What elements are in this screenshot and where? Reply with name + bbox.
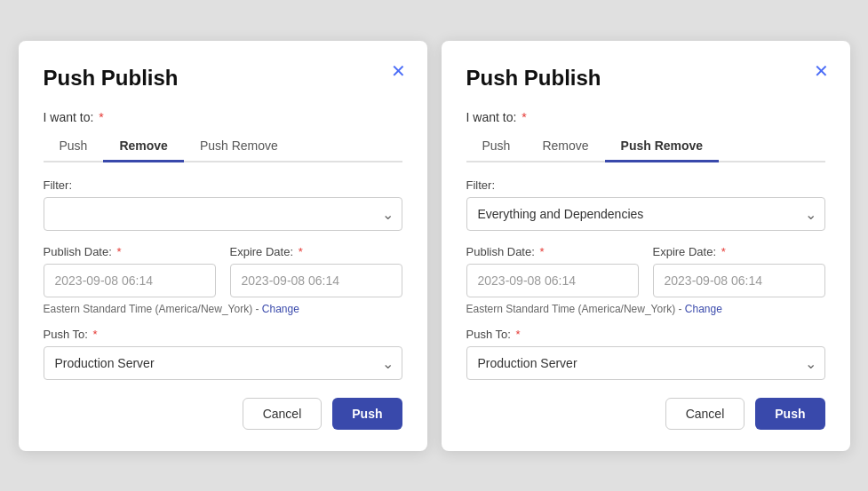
dialog-2-dates-row: Publish Date: * Expire Date: * — [466, 245, 825, 297]
dialog-2-pub-required: * — [539, 245, 544, 258]
dialog-2-filter-select[interactable]: Everything and Dependencies — [466, 197, 825, 231]
dialog-1-pub-required: * — [116, 245, 121, 258]
dialog-1-push-button[interactable]: Push — [332, 398, 402, 430]
dialog-1-push-to-group: Push To: * Production Server ⌄ — [44, 328, 402, 380]
dialog-2-push-to-label: Push To: * — [466, 328, 825, 341]
dialog-2-push-button[interactable]: Push — [755, 398, 824, 430]
dialogs-container: Push Publish ✕ I want to: * Push Remove … — [0, 0, 868, 491]
dialog-2-push-to-select[interactable]: Production Server — [466, 346, 825, 380]
dialog-1-close-button[interactable]: ✕ — [387, 59, 410, 83]
dialog-2-change-timezone-link[interactable]: Change — [685, 303, 722, 315]
dialog-1-push-to-select-wrapper: Production Server ⌄ — [44, 346, 402, 380]
dialog-2-publish-date-label: Publish Date: * — [466, 245, 639, 258]
dialog-2-cancel-button[interactable]: Cancel — [665, 398, 745, 430]
dialog-1-filter-group: Filter: Everything and Dependencies ⌄ — [44, 178, 402, 231]
dialog-1-publish-date-col: Publish Date: * — [44, 245, 216, 297]
dialog-1-filter-label: Filter: — [44, 178, 402, 192]
dialog-2-tab-push-remove[interactable]: Push Remove — [605, 131, 720, 162]
dialog-2-footer: Cancel Push — [466, 398, 825, 430]
dialog-2-publish-date-input[interactable] — [466, 264, 639, 297]
dialog-1-i-want-to: I want to: * Push Remove Push Remove — [44, 110, 402, 162]
dialog-1-dates-row: Publish Date: * Expire Date: * — [44, 245, 402, 297]
dialog-2-expire-date-input[interactable] — [653, 264, 825, 297]
dialog-2-expire-date-label: Expire Date: * — [653, 245, 825, 258]
dialog-1-publish-date-input[interactable] — [44, 264, 216, 297]
dialog-1-push-to-select[interactable]: Production Server — [44, 346, 402, 380]
dialog-2-tab-push[interactable]: Push — [466, 131, 527, 162]
dialog-1-title: Push Publish — [44, 66, 402, 91]
dialog-1-i-want-to-label: I want to: * — [44, 110, 402, 124]
dialog-1-required-star: * — [99, 110, 103, 124]
dialog-1: Push Publish ✕ I want to: * Push Remove … — [19, 41, 427, 451]
dialog-2-pushto-required: * — [515, 328, 520, 341]
dialog-2-required-star: * — [522, 110, 526, 124]
dialog-1-push-to-label: Push To: * — [44, 328, 402, 341]
dialog-1-tab-remove[interactable]: Remove — [103, 131, 183, 162]
dialog-1-filter-select[interactable]: Everything and Dependencies — [44, 197, 402, 231]
dialog-2-filter-label: Filter: — [466, 178, 825, 192]
dialog-1-exp-required: * — [299, 245, 303, 258]
dialog-1-tab-push-remove[interactable]: Push Remove — [184, 131, 294, 162]
dialog-2-push-to-select-wrapper: Production Server ⌄ — [466, 346, 825, 380]
dialog-1-pushto-required: * — [92, 328, 97, 341]
dialog-2-filter-group: Filter: Everything and Dependencies ⌄ — [466, 178, 825, 231]
dialog-1-expire-date-col: Expire Date: * — [230, 245, 402, 297]
dialog-2-close-button[interactable]: ✕ — [810, 59, 832, 83]
dialog-2-filter-select-wrapper: Everything and Dependencies ⌄ — [466, 197, 825, 231]
dialog-2: Push Publish ✕ I want to: * Push Remove … — [442, 41, 850, 451]
dialog-1-cancel-button[interactable]: Cancel — [243, 398, 323, 430]
dialog-1-publish-date-label: Publish Date: * — [44, 245, 216, 258]
dialog-2-publish-date-col: Publish Date: * — [466, 245, 639, 297]
dialog-1-timezone: Eastern Standard Time (America/New_York)… — [44, 303, 402, 315]
dialog-1-expire-date-input[interactable] — [230, 264, 402, 297]
dialog-2-i-want-to-label: I want to: * — [466, 110, 825, 124]
dialog-1-tab-push[interactable]: Push — [44, 131, 104, 162]
dialog-2-push-to-group: Push To: * Production Server ⌄ — [466, 328, 825, 380]
dialog-1-expire-date-label: Expire Date: * — [230, 245, 402, 258]
dialog-1-tabs: Push Remove Push Remove — [44, 131, 402, 162]
dialog-2-title: Push Publish — [466, 66, 825, 91]
dialog-2-timezone: Eastern Standard Time (America/New_York)… — [466, 303, 825, 315]
dialog-1-filter-select-wrapper: Everything and Dependencies ⌄ — [44, 197, 402, 231]
dialog-1-footer: Cancel Push — [44, 398, 402, 430]
dialog-2-tabs: Push Remove Push Remove — [466, 131, 825, 162]
dialog-1-change-timezone-link[interactable]: Change — [262, 303, 299, 315]
dialog-2-i-want-to: I want to: * Push Remove Push Remove — [466, 110, 825, 162]
dialog-2-tab-remove[interactable]: Remove — [526, 131, 604, 162]
dialog-2-exp-required: * — [721, 245, 726, 258]
dialog-2-expire-date-col: Expire Date: * — [653, 245, 825, 297]
